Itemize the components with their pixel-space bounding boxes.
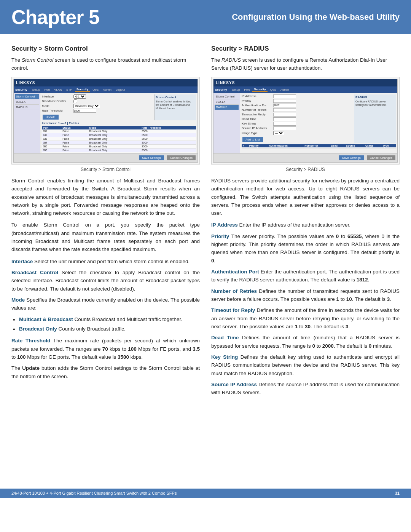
rcell-2: [248, 147, 268, 149]
radius-help-title: RADIUS: [355, 96, 395, 99]
mode-select[interactable]: Broadcast Only: [73, 104, 100, 108]
source-ip-input[interactable]: [273, 126, 296, 130]
key-string-label: Key String: [242, 122, 272, 125]
update-desc: The Update button adds the Storm Control…: [11, 364, 200, 380]
dead-time-label: Dead Time: [242, 117, 272, 121]
storm-table-row: Gi5FalseBroadcast Only3500: [42, 144, 196, 148]
radius-sidebar-storm[interactable]: Storm Control: [215, 94, 239, 99]
radius-nav-port[interactable]: Port: [242, 88, 251, 92]
footer-page: 31: [395, 491, 400, 495]
interface-select[interactable]: Gi1: [73, 94, 86, 99]
radius-body1: RADIUS servers provide additional securi…: [211, 177, 400, 217]
broadcast-control-label: Broadcast Control: [42, 99, 72, 103]
term-source-ip: Source IP Address Defines the source IP …: [211, 380, 400, 397]
radius-table: # Priority Authentication Number of Dead…: [242, 144, 396, 149]
right-section-heading: Security > RADIUS: [211, 45, 400, 53]
radius-nav-bar: Security Setup Port Security QoS Admin: [213, 86, 397, 93]
radius-save-button[interactable]: Save Settings: [339, 155, 363, 160]
nav-admin[interactable]: Admin: [101, 88, 113, 92]
save-settings-button[interactable]: Save Settings: [139, 155, 164, 160]
term-auth-port: Authentication Port Enter the authentica…: [211, 268, 400, 284]
broadcast-control-checkbox[interactable]: [73, 99, 77, 103]
cancel-changes-button[interactable]: Cancel Changes: [167, 155, 196, 160]
rcol-priority: Priority: [248, 144, 268, 147]
sidebar-802[interactable]: 802.1X: [15, 99, 39, 105]
term-num-retries: Number of Retries Defines the number of …: [211, 287, 400, 304]
priority-input[interactable]: [273, 99, 296, 103]
term-mode-desc: Specifies the Broadcast mode currently e…: [11, 297, 200, 311]
term-timeout: Timeout for Reply Defines the amount of …: [211, 306, 400, 331]
term-pri-desc: The server priority. The possible values…: [211, 233, 400, 264]
term-key-string: Key String Defines the default key strin…: [211, 353, 400, 377]
storm-table-row: Gi2FalseBroadcast Only3500: [42, 133, 196, 137]
storm-table-row: Gi3FalseBroadcast Only3500: [42, 137, 196, 141]
term-dt-name: Dead Time: [211, 335, 239, 340]
footer-left: 24/48-Port 10/100 + 4-Port Gigabit Resil…: [11, 491, 177, 495]
left-column: Security > Storm Control The Storm Contr…: [11, 45, 200, 400]
nav-qos[interactable]: QoS: [91, 88, 100, 92]
storm-control-screenshot: LINKSYS Security Setup Port VLAN STP Sec…: [11, 77, 200, 165]
left-section-heading: Security > Storm Control: [11, 45, 200, 53]
key-string-input[interactable]: [273, 122, 296, 126]
auth-port-input[interactable]: [273, 104, 296, 107]
term-dead-time: Dead Time Defines the amount of time (mi…: [211, 334, 400, 350]
help-panel: Storm Control Storm Control enables limi…: [154, 94, 196, 120]
radius-nav-security[interactable]: Security: [252, 87, 268, 92]
nav-stp[interactable]: STP: [65, 88, 74, 92]
left-intro: The Storm Control screen is used to conf…: [11, 56, 200, 72]
rcol-num: #: [242, 144, 248, 147]
image-type-select[interactable]: ---: [273, 131, 284, 135]
nav-setup[interactable]: Setup: [31, 88, 42, 92]
term-rate-threshold: Rate Threshold The maximum rate (packets…: [11, 337, 200, 361]
nav-vlan[interactable]: VLAN: [53, 88, 64, 92]
sidebar-storm-control[interactable]: Storm Control: [15, 94, 39, 99]
dead-time-input[interactable]: [273, 117, 296, 121]
add-to-list-button[interactable]: Add to List: [242, 137, 263, 142]
radius-linksys-logo: LINKSYS: [216, 81, 235, 85]
radius-sidebar-radius[interactable]: RADIUS: [215, 105, 239, 110]
col-mode: Mode: [88, 126, 140, 129]
right-intro: The RADIUS screen is used to configure a…: [211, 56, 400, 72]
radius-nav-setup[interactable]: Setup: [231, 88, 242, 92]
rcol-type: Type: [382, 144, 396, 147]
radius-table-row: [242, 147, 396, 149]
rcell-4: [303, 147, 330, 149]
col-rate: Rate Threshold: [140, 126, 196, 129]
term-dt-desc: Defines the amount of time (minutes) tha…: [211, 335, 400, 348]
timeout-input[interactable]: [273, 113, 296, 117]
radius-nav-qos[interactable]: QoS: [269, 88, 278, 92]
radius-screenshot-caption: Security > RADIUS: [211, 167, 400, 172]
radius-help-panel: RADIUS Configure RADIUS server settings …: [354, 94, 396, 143]
ip-input[interactable]: [273, 94, 296, 98]
ip-label: IP Address: [242, 94, 272, 98]
radius-nav-admin[interactable]: Admin: [279, 88, 291, 92]
term-interface-desc: Select the unit number and port from whi…: [34, 259, 190, 264]
chapter-title: Chapter 5: [11, 7, 99, 27]
page-header: Chapter 5 Configuration Using the Web-ba…: [0, 0, 411, 34]
storm-screenshot-caption: Security > Storm Control: [11, 167, 200, 172]
radius-sidebar-802[interactable]: 802.1X: [215, 99, 239, 105]
radius-sidebar: Storm Control 802.1X RADIUS: [213, 93, 240, 153]
nav-logout[interactable]: Logout: [114, 88, 126, 92]
rcell-1: [242, 147, 248, 149]
term-ip-name: IP Address: [211, 222, 238, 228]
bullet-broadcast-only: Broadcast Only Counts only Broadcast tra…: [11, 325, 200, 333]
rcol-retries: Number of: [303, 144, 330, 147]
term-si-name: Source IP Address: [211, 382, 257, 387]
rcol-dead: Dead: [330, 144, 345, 147]
radius-screenshot: LINKSYS Security Setup Port Security QoS…: [211, 77, 400, 165]
storm-body1: Storm Control enables limiting the amoun…: [11, 177, 200, 217]
rate-threshold-input[interactable]: [73, 109, 96, 113]
nav-port[interactable]: Port: [43, 88, 51, 92]
nav-security[interactable]: Security: [75, 87, 90, 92]
mode-label: Mode: [42, 104, 72, 108]
update-button[interactable]: Update: [43, 115, 59, 120]
radius-cancel-button[interactable]: Cancel Changes: [367, 155, 395, 160]
interface-label: Interface: [42, 95, 72, 98]
sidebar-radius[interactable]: RADIUS: [15, 105, 39, 110]
term-ip-address: IP Address Enter the IP address of the a…: [211, 221, 400, 229]
retries-input[interactable]: [273, 108, 296, 112]
rcell-8: [382, 147, 396, 149]
col-status: Status: [61, 126, 88, 129]
term-pri-name: Priority: [211, 233, 229, 239]
